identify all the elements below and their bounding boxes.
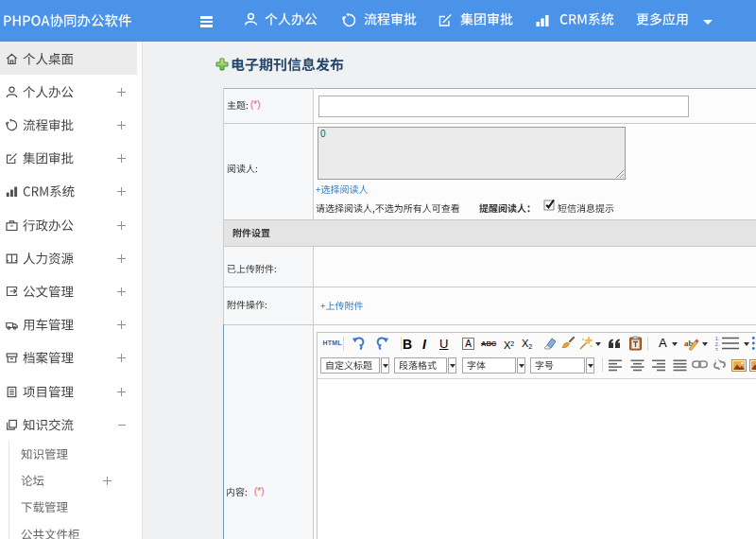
svg-text:3.: 3. [715, 347, 720, 352]
